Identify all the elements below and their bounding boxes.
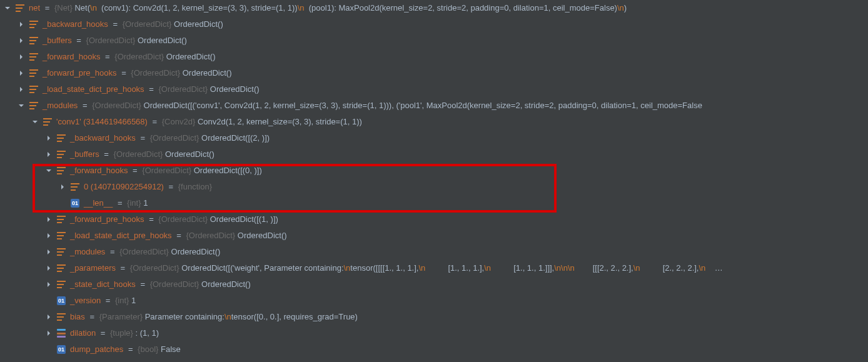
value-part: tensor([0., 0.], requires_grad=True) — [231, 312, 358, 321]
equals: = — [43, 3, 52, 13]
object-icon — [29, 19, 39, 29]
int-icon: 01 — [56, 344, 66, 354]
tree-row[interactable]: _parameters = {OrderedDict} OrderedDict(… — [0, 260, 868, 276]
object-icon — [56, 279, 66, 289]
expand-arrow-icon[interactable] — [44, 279, 54, 289]
var-name: _state_dict_hooks — [70, 279, 136, 289]
equals: = — [103, 52, 113, 61]
equals: = — [108, 247, 117, 256]
equals: = — [150, 117, 159, 126]
tree-row[interactable]: _modules = {OrderedDict} OrderedDict([('… — [0, 98, 868, 114]
value-part: Parameter containing: — [145, 312, 225, 321]
tree-row[interactable]: 01dump_patches = {bool} False — [0, 341, 868, 358]
tree-row[interactable]: _backward_hooks = {OrderedDict} OrderedD… — [0, 16, 868, 33]
object-icon — [56, 166, 66, 176]
var-name: _forward_hooks — [70, 166, 128, 175]
value-part: \n — [484, 263, 491, 273]
tree-row[interactable]: _forward_pre_hooks = {OrderedDict} Order… — [0, 211, 868, 228]
var-name: bias — [70, 312, 85, 321]
tree-row[interactable]: _forward_hooks = {OrderedDict} OrderedDi… — [0, 49, 868, 65]
expand-arrow-icon[interactable] — [58, 182, 68, 192]
value-text: OrderedDict([(1, )]) — [210, 214, 278, 224]
expand-arrow-icon[interactable] — [16, 19, 26, 29]
value-part: \n — [225, 312, 231, 321]
tree-row[interactable]: _load_state_dict_pre_hooks = {OrderedDic… — [0, 228, 868, 244]
value-text: OrderedDict() — [171, 247, 221, 256]
tree-row[interactable]: _buffers = {OrderedDict} OrderedDict() — [0, 33, 868, 49]
var-name: _backward_hooks — [43, 19, 108, 29]
var-type: {Conv2d} — [162, 117, 196, 126]
equals: = — [102, 149, 111, 159]
expand-arrow-icon[interactable] — [16, 68, 26, 78]
value-text: False — [161, 344, 181, 354]
object-icon — [29, 68, 39, 78]
object-icon — [56, 214, 66, 224]
object-icon — [56, 149, 66, 159]
var-name: _forward_pre_hooks — [70, 214, 144, 224]
collapse-arrow-icon[interactable] — [3, 3, 13, 13]
expand-arrow-icon[interactable] — [44, 263, 54, 273]
expand-arrow-icon[interactable] — [44, 149, 54, 159]
value-part: (pool1): MaxPool2d(kernel_size=2, stride… — [305, 3, 617, 13]
var-type: {OrderedDict} — [158, 84, 208, 94]
var-name: _load_state_dict_pre_hooks — [70, 231, 172, 240]
var-name: _parameters — [70, 263, 116, 273]
equals: = — [111, 19, 120, 29]
expand-arrow-icon[interactable] — [44, 214, 54, 224]
int-icon: 01 — [70, 198, 80, 208]
expand-arrow-icon[interactable] — [16, 36, 26, 46]
object-icon — [29, 52, 39, 62]
tree-row[interactable]: dilation = {tuple} : (1, 1) — [0, 325, 868, 341]
collapse-arrow-icon[interactable] — [30, 117, 40, 127]
value-part: [1., 1., 1.]]], — [491, 263, 554, 273]
var-name: _buffers — [43, 36, 72, 45]
tree-row[interactable]: net = {Net} Net(\n (conv1): Conv2d(1, 2,… — [0, 0, 868, 16]
value-part: tensor([[[[1., 1., 1.], — [350, 263, 418, 273]
value-text: OrderedDict() — [174, 19, 223, 29]
variables-tree[interactable]: net = {Net} Net(\n (conv1): Conv2d(1, 2,… — [0, 0, 868, 358]
var-type: {Net} — [54, 3, 73, 13]
expand-arrow-icon[interactable] — [44, 133, 54, 143]
tree-row[interactable]: bias = {Parameter} Parameter containing:… — [0, 309, 868, 325]
tree-row[interactable]: 01__len__ = {int} 1 — [0, 195, 868, 211]
object-icon — [56, 231, 66, 241]
expand-arrow-icon[interactable] — [16, 84, 26, 94]
value-part: \n — [418, 263, 425, 273]
var-name: dilation — [70, 328, 96, 338]
tree-row[interactable]: _load_state_dict_pre_hooks = {OrderedDic… — [0, 81, 868, 98]
tree-row[interactable]: _buffers = {OrderedDict} OrderedDict() — [0, 146, 868, 163]
tree-row[interactable]: 'conv1' (3144619466568) = {Conv2d} Conv2… — [0, 114, 868, 130]
tree-row[interactable]: 0 (140710902254912) = {function} — [0, 179, 868, 195]
expand-arrow-icon[interactable] — [44, 231, 54, 241]
expand-arrow-icon[interactable] — [44, 312, 54, 322]
value-part: \n — [633, 263, 640, 273]
tree-row[interactable]: _modules = {OrderedDict} OrderedDict() — [0, 244, 868, 260]
value-text: OrderedDict() — [201, 279, 251, 289]
object-icon — [29, 84, 39, 94]
tree-row[interactable]: 01_version = {int} 1 — [0, 293, 868, 309]
tree-row[interactable]: _state_dict_hooks = {OrderedDict} Ordere… — [0, 276, 868, 293]
var-name: __len__ — [84, 198, 113, 208]
var-type: {Parameter} — [99, 312, 143, 321]
equals: = — [119, 68, 129, 78]
var-type: {OrderedDict} — [186, 231, 235, 240]
object-icon — [56, 263, 66, 273]
tree-row[interactable]: _backward_hooks = {OrderedDict} OrderedD… — [0, 130, 868, 146]
expand-arrow-icon[interactable] — [44, 328, 54, 338]
equals: = — [88, 312, 97, 321]
expand-arrow-icon[interactable] — [16, 52, 26, 62]
tree-row[interactable]: _forward_hooks = {OrderedDict} OrderedDi… — [0, 163, 868, 179]
var-type: {OrderedDict} — [119, 247, 169, 256]
object-icon — [29, 101, 39, 111]
tree-row[interactable]: _forward_pre_hooks = {OrderedDict} Order… — [0, 65, 868, 81]
value-part: [1., 1., 1.], — [425, 263, 484, 273]
tuple-icon — [56, 328, 66, 338]
var-name: _load_state_dict_pre_hooks — [43, 84, 144, 94]
value-text: OrderedDict() — [238, 231, 287, 240]
expand-arrow-icon[interactable] — [44, 247, 54, 257]
var-name: 'conv1' (3144619466568) — [56, 117, 148, 126]
collapse-arrow-icon[interactable] — [16, 101, 26, 111]
value-text: 1 — [131, 296, 136, 305]
value-part: \n — [298, 3, 305, 13]
collapse-arrow-icon[interactable] — [44, 166, 54, 176]
